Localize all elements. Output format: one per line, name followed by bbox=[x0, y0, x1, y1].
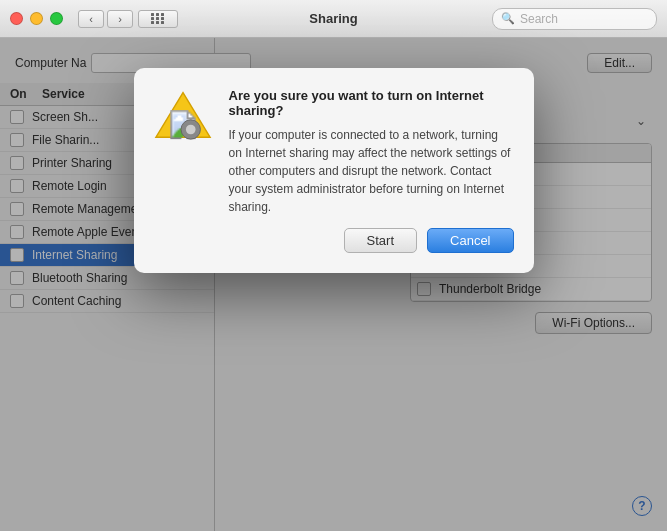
start-button[interactable]: Start bbox=[344, 228, 417, 253]
title-bar: ‹ › Sharing 🔍 Search bbox=[0, 0, 667, 38]
modal-overlay: ! Are you sure you want to turn on Inter… bbox=[0, 38, 667, 531]
grid-icon bbox=[151, 13, 165, 24]
forward-button[interactable]: › bbox=[107, 10, 133, 28]
modal-body: If your computer is connected to a netwo… bbox=[229, 126, 514, 216]
cancel-button[interactable]: Cancel bbox=[427, 228, 513, 253]
search-placeholder: Search bbox=[520, 12, 558, 26]
traffic-lights bbox=[10, 12, 63, 25]
close-button[interactable] bbox=[10, 12, 23, 25]
minimize-button[interactable] bbox=[30, 12, 43, 25]
search-icon: 🔍 bbox=[501, 12, 515, 25]
grid-button[interactable] bbox=[138, 10, 178, 28]
window-title: Sharing bbox=[309, 11, 357, 26]
modal-header: ! Are you sure you want to turn on Inter… bbox=[154, 88, 514, 216]
modal-buttons: Start Cancel bbox=[154, 228, 514, 253]
modal-warning-icon: ! bbox=[154, 88, 214, 148]
svg-point-3 bbox=[185, 125, 195, 135]
search-bar[interactable]: 🔍 Search bbox=[492, 8, 657, 30]
nav-buttons: ‹ › bbox=[78, 10, 133, 28]
modal-dialog: ! Are you sure you want to turn on Inter… bbox=[134, 68, 534, 273]
back-button[interactable]: ‹ bbox=[78, 10, 104, 28]
modal-text-block: Are you sure you want to turn on Interne… bbox=[229, 88, 514, 216]
maximize-button[interactable] bbox=[50, 12, 63, 25]
modal-title: Are you sure you want to turn on Interne… bbox=[229, 88, 514, 118]
